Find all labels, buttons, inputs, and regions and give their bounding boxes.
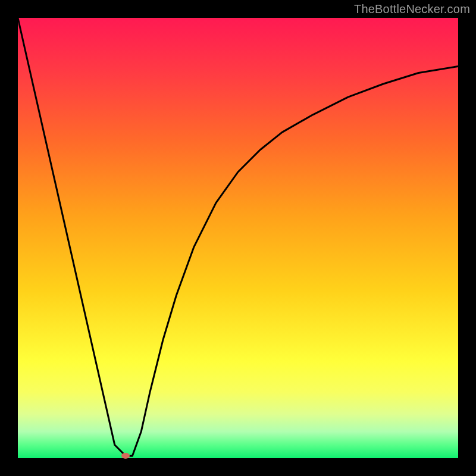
- curve-layer: [18, 18, 458, 458]
- plot-area: [18, 18, 458, 458]
- watermark-text: TheBottleNecker.com: [354, 2, 470, 16]
- bottleneck-curve: [18, 18, 458, 456]
- chart-frame: TheBottleNecker.com: [0, 0, 476, 476]
